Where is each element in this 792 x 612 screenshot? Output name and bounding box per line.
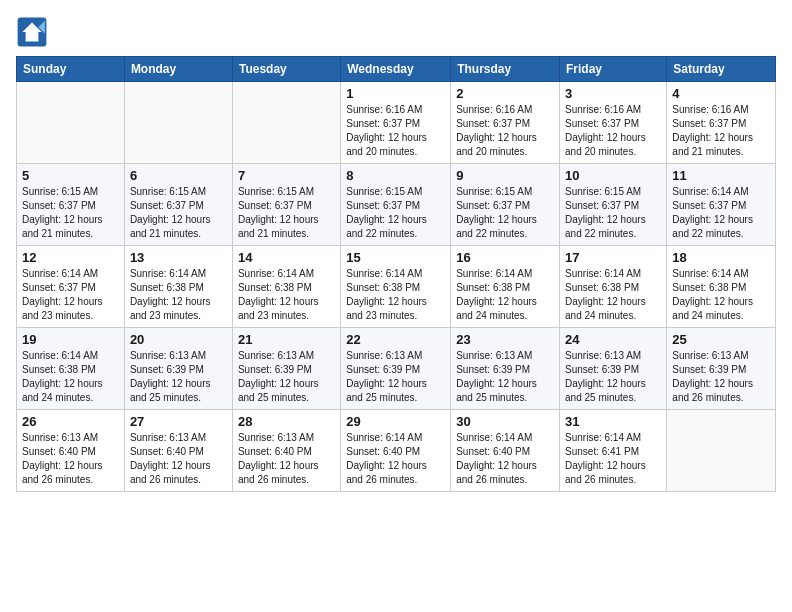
day-info: Sunrise: 6:13 AMSunset: 6:40 PMDaylight:… [22, 431, 119, 487]
day-info: Sunrise: 6:14 AMSunset: 6:38 PMDaylight:… [22, 349, 119, 405]
day-number: 30 [456, 414, 554, 429]
day-info: Sunrise: 6:16 AMSunset: 6:37 PMDaylight:… [672, 103, 770, 159]
day-cell: 21Sunrise: 6:13 AMSunset: 6:39 PMDayligh… [232, 328, 340, 410]
day-info: Sunrise: 6:13 AMSunset: 6:39 PMDaylight:… [238, 349, 335, 405]
day-cell: 20Sunrise: 6:13 AMSunset: 6:39 PMDayligh… [124, 328, 232, 410]
day-info: Sunrise: 6:15 AMSunset: 6:37 PMDaylight:… [346, 185, 445, 241]
week-row-1: 1Sunrise: 6:16 AMSunset: 6:37 PMDaylight… [17, 82, 776, 164]
day-cell: 28Sunrise: 6:13 AMSunset: 6:40 PMDayligh… [232, 410, 340, 492]
day-cell: 22Sunrise: 6:13 AMSunset: 6:39 PMDayligh… [341, 328, 451, 410]
day-number: 7 [238, 168, 335, 183]
day-info: Sunrise: 6:14 AMSunset: 6:38 PMDaylight:… [346, 267, 445, 323]
logo [16, 16, 52, 48]
day-cell [17, 82, 125, 164]
day-cell: 19Sunrise: 6:14 AMSunset: 6:38 PMDayligh… [17, 328, 125, 410]
day-info: Sunrise: 6:13 AMSunset: 6:39 PMDaylight:… [130, 349, 227, 405]
day-cell: 18Sunrise: 6:14 AMSunset: 6:38 PMDayligh… [667, 246, 776, 328]
day-cell [232, 82, 340, 164]
day-info: Sunrise: 6:14 AMSunset: 6:38 PMDaylight:… [672, 267, 770, 323]
day-info: Sunrise: 6:13 AMSunset: 6:40 PMDaylight:… [238, 431, 335, 487]
day-number: 12 [22, 250, 119, 265]
week-row-3: 12Sunrise: 6:14 AMSunset: 6:37 PMDayligh… [17, 246, 776, 328]
day-number: 9 [456, 168, 554, 183]
day-cell: 16Sunrise: 6:14 AMSunset: 6:38 PMDayligh… [451, 246, 560, 328]
day-number: 21 [238, 332, 335, 347]
day-cell: 25Sunrise: 6:13 AMSunset: 6:39 PMDayligh… [667, 328, 776, 410]
weekday-saturday: Saturday [667, 57, 776, 82]
day-info: Sunrise: 6:15 AMSunset: 6:37 PMDaylight:… [22, 185, 119, 241]
day-cell: 26Sunrise: 6:13 AMSunset: 6:40 PMDayligh… [17, 410, 125, 492]
day-info: Sunrise: 6:15 AMSunset: 6:37 PMDaylight:… [456, 185, 554, 241]
day-cell: 11Sunrise: 6:14 AMSunset: 6:37 PMDayligh… [667, 164, 776, 246]
day-number: 18 [672, 250, 770, 265]
logo-icon [16, 16, 48, 48]
day-cell [124, 82, 232, 164]
day-cell: 13Sunrise: 6:14 AMSunset: 6:38 PMDayligh… [124, 246, 232, 328]
day-info: Sunrise: 6:15 AMSunset: 6:37 PMDaylight:… [238, 185, 335, 241]
day-info: Sunrise: 6:15 AMSunset: 6:37 PMDaylight:… [130, 185, 227, 241]
day-number: 1 [346, 86, 445, 101]
day-info: Sunrise: 6:16 AMSunset: 6:37 PMDaylight:… [565, 103, 661, 159]
day-number: 4 [672, 86, 770, 101]
day-number: 29 [346, 414, 445, 429]
day-info: Sunrise: 6:16 AMSunset: 6:37 PMDaylight:… [346, 103, 445, 159]
day-info: Sunrise: 6:13 AMSunset: 6:39 PMDaylight:… [565, 349, 661, 405]
day-info: Sunrise: 6:14 AMSunset: 6:40 PMDaylight:… [456, 431, 554, 487]
day-number: 15 [346, 250, 445, 265]
day-info: Sunrise: 6:14 AMSunset: 6:37 PMDaylight:… [672, 185, 770, 241]
day-number: 28 [238, 414, 335, 429]
day-cell: 29Sunrise: 6:14 AMSunset: 6:40 PMDayligh… [341, 410, 451, 492]
day-cell: 9Sunrise: 6:15 AMSunset: 6:37 PMDaylight… [451, 164, 560, 246]
day-cell: 27Sunrise: 6:13 AMSunset: 6:40 PMDayligh… [124, 410, 232, 492]
weekday-tuesday: Tuesday [232, 57, 340, 82]
day-info: Sunrise: 6:15 AMSunset: 6:37 PMDaylight:… [565, 185, 661, 241]
day-cell: 4Sunrise: 6:16 AMSunset: 6:37 PMDaylight… [667, 82, 776, 164]
day-info: Sunrise: 6:16 AMSunset: 6:37 PMDaylight:… [456, 103, 554, 159]
weekday-wednesday: Wednesday [341, 57, 451, 82]
day-number: 5 [22, 168, 119, 183]
weekday-sunday: Sunday [17, 57, 125, 82]
day-number: 11 [672, 168, 770, 183]
day-number: 3 [565, 86, 661, 101]
day-cell: 8Sunrise: 6:15 AMSunset: 6:37 PMDaylight… [341, 164, 451, 246]
day-info: Sunrise: 6:14 AMSunset: 6:40 PMDaylight:… [346, 431, 445, 487]
day-cell [667, 410, 776, 492]
calendar-table: SundayMondayTuesdayWednesdayThursdayFrid… [16, 56, 776, 492]
day-number: 13 [130, 250, 227, 265]
day-cell: 5Sunrise: 6:15 AMSunset: 6:37 PMDaylight… [17, 164, 125, 246]
day-number: 25 [672, 332, 770, 347]
day-cell: 10Sunrise: 6:15 AMSunset: 6:37 PMDayligh… [560, 164, 667, 246]
day-number: 24 [565, 332, 661, 347]
day-number: 8 [346, 168, 445, 183]
day-cell: 1Sunrise: 6:16 AMSunset: 6:37 PMDaylight… [341, 82, 451, 164]
day-number: 19 [22, 332, 119, 347]
day-cell: 7Sunrise: 6:15 AMSunset: 6:37 PMDaylight… [232, 164, 340, 246]
week-row-4: 19Sunrise: 6:14 AMSunset: 6:38 PMDayligh… [17, 328, 776, 410]
day-cell: 31Sunrise: 6:14 AMSunset: 6:41 PMDayligh… [560, 410, 667, 492]
day-info: Sunrise: 6:13 AMSunset: 6:39 PMDaylight:… [672, 349, 770, 405]
day-cell: 2Sunrise: 6:16 AMSunset: 6:37 PMDaylight… [451, 82, 560, 164]
day-info: Sunrise: 6:14 AMSunset: 6:38 PMDaylight:… [238, 267, 335, 323]
week-row-2: 5Sunrise: 6:15 AMSunset: 6:37 PMDaylight… [17, 164, 776, 246]
day-info: Sunrise: 6:13 AMSunset: 6:40 PMDaylight:… [130, 431, 227, 487]
weekday-thursday: Thursday [451, 57, 560, 82]
day-cell: 3Sunrise: 6:16 AMSunset: 6:37 PMDaylight… [560, 82, 667, 164]
day-number: 27 [130, 414, 227, 429]
day-number: 31 [565, 414, 661, 429]
day-cell: 30Sunrise: 6:14 AMSunset: 6:40 PMDayligh… [451, 410, 560, 492]
day-number: 6 [130, 168, 227, 183]
calendar-body: 1Sunrise: 6:16 AMSunset: 6:37 PMDaylight… [17, 82, 776, 492]
day-number: 23 [456, 332, 554, 347]
day-cell: 6Sunrise: 6:15 AMSunset: 6:37 PMDaylight… [124, 164, 232, 246]
day-cell: 17Sunrise: 6:14 AMSunset: 6:38 PMDayligh… [560, 246, 667, 328]
day-number: 2 [456, 86, 554, 101]
weekday-monday: Monday [124, 57, 232, 82]
day-info: Sunrise: 6:14 AMSunset: 6:38 PMDaylight:… [130, 267, 227, 323]
day-number: 16 [456, 250, 554, 265]
day-cell: 14Sunrise: 6:14 AMSunset: 6:38 PMDayligh… [232, 246, 340, 328]
day-cell: 24Sunrise: 6:13 AMSunset: 6:39 PMDayligh… [560, 328, 667, 410]
week-row-5: 26Sunrise: 6:13 AMSunset: 6:40 PMDayligh… [17, 410, 776, 492]
day-info: Sunrise: 6:14 AMSunset: 6:38 PMDaylight:… [565, 267, 661, 323]
day-number: 14 [238, 250, 335, 265]
day-info: Sunrise: 6:13 AMSunset: 6:39 PMDaylight:… [346, 349, 445, 405]
